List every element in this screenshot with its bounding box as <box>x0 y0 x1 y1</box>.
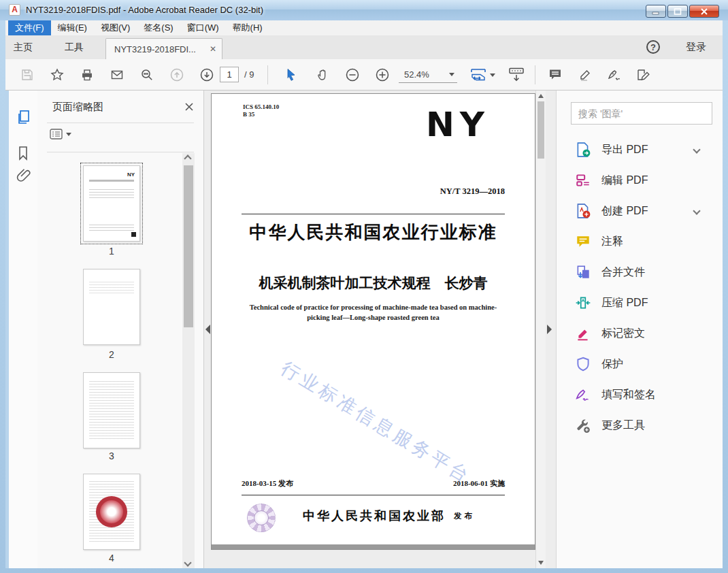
select-tool-button[interactable] <box>283 67 299 83</box>
page-display-button[interactable] <box>506 67 527 83</box>
thumbnail-page-1[interactable]: NY <box>83 165 140 242</box>
search-button[interactable] <box>139 67 155 83</box>
title-bar: A NYT3219-2018FDIS.pdf - Adobe Acrobat R… <box>0 0 728 20</box>
create-pdf-icon <box>574 202 592 220</box>
thumbnails-scrollbar[interactable] <box>182 153 195 568</box>
tool-comment[interactable]: 注释 <box>574 231 717 252</box>
zoom-level-dropdown[interactable]: 52.4% <box>399 67 457 83</box>
tools-panel: 导出 PDF 编辑 PDF 创建 PDF 注释 <box>556 91 723 568</box>
paperclip-icon <box>16 167 31 184</box>
scrollbar-thumb[interactable] <box>537 101 544 159</box>
chevron-down-icon[interactable] <box>693 146 700 153</box>
comment-bubble-icon <box>548 67 563 82</box>
login-button[interactable]: 登录 <box>686 41 706 54</box>
minimize-button[interactable] <box>646 5 666 18</box>
scroll-down-icon[interactable] <box>184 559 191 566</box>
panel-close-icon[interactable] <box>184 102 194 112</box>
sign-button[interactable] <box>607 67 623 83</box>
publisher-row: 中华人民共和国农业部 发布 <box>273 508 505 524</box>
tool-create-pdf[interactable]: 创建 PDF <box>574 200 717 222</box>
tool-fill-sign[interactable]: 填写和签名 <box>574 384 717 406</box>
menu-help[interactable]: 帮助(H) <box>226 20 269 35</box>
page-thumbnails-rail-button[interactable] <box>16 109 31 128</box>
search-icon <box>140 68 154 82</box>
tool-export-pdf[interactable]: 导出 PDF <box>574 139 717 161</box>
minus-circle-icon <box>345 67 360 82</box>
highlight-button[interactable] <box>577 67 593 83</box>
tool-redact[interactable]: 标记密文 <box>574 323 717 344</box>
fit-width-icon <box>469 67 487 82</box>
comment-button[interactable] <box>547 67 563 83</box>
thumbnail-label: 1 <box>83 246 140 257</box>
menu-window[interactable]: 窗口(W) <box>180 20 226 35</box>
next-page-button[interactable] <box>199 67 215 83</box>
scrollbar-thumb[interactable] <box>184 165 193 327</box>
menu-edit[interactable]: 编辑(E) <box>51 20 94 35</box>
tab-tools[interactable]: 工具 <box>65 35 84 59</box>
thumbnail-page-4[interactable] <box>83 474 140 550</box>
close-button[interactable] <box>689 5 719 18</box>
fit-width-button[interactable] <box>468 67 489 83</box>
tab-document[interactable]: NYT3219-2018FDI... ✕ <box>105 38 222 59</box>
comment-icon <box>574 233 592 250</box>
attachments-rail-button[interactable] <box>16 167 31 187</box>
signature-pen-icon <box>607 67 623 82</box>
menu-file[interactable]: 文件(F) <box>8 20 51 35</box>
standard-number: NY/T 3219—2018 <box>440 186 505 197</box>
print-button[interactable] <box>79 67 95 83</box>
scroll-up-icon[interactable] <box>184 154 191 162</box>
thumbnail-mini-logo: NY <box>127 171 135 178</box>
toolbar: / 9 52.4% <box>5 59 723 91</box>
maximize-button[interactable] <box>667 5 688 18</box>
menu-view[interactable]: 视图(V) <box>94 20 137 35</box>
thumbnail-label: 4 <box>83 553 140 563</box>
chevron-down-icon <box>449 73 454 76</box>
ny-logo: NY <box>426 105 490 144</box>
more-tools-wrench-icon <box>574 416 592 434</box>
maximize-icon <box>674 8 682 15</box>
document-scrollbar[interactable] <box>535 91 546 568</box>
tab-home[interactable]: 主页 <box>14 35 33 59</box>
fill-sign-button[interactable] <box>635 67 652 83</box>
document-area: ICS 65.140.10 B 35 NY 中华人民共和国农业行业标准 NY/T… <box>204 91 556 568</box>
tool-more-tools[interactable]: 更多工具 <box>574 414 717 436</box>
favorites-button[interactable] <box>49 67 65 83</box>
help-icon[interactable]: ? <box>646 40 660 54</box>
save-button[interactable] <box>19 67 35 83</box>
main-area: 页面缩略图 NY 1 2 <box>5 91 723 568</box>
envelope-icon <box>110 68 124 82</box>
email-button[interactable] <box>109 67 125 83</box>
pdf-page: ICS 65.140.10 B 35 NY 中华人民共和国农业行业标准 NY/T… <box>211 93 535 550</box>
page-number-input[interactable] <box>220 67 239 82</box>
tool-edit-pdf[interactable]: 编辑 PDF <box>574 169 717 191</box>
thumbnail-page-2[interactable] <box>83 269 140 345</box>
tool-combine-files[interactable]: 合并文件 <box>574 261 717 283</box>
divider <box>47 122 194 123</box>
fit-width-dropdown[interactable] <box>489 67 497 83</box>
thumbnail-label: 3 <box>83 451 140 461</box>
divider <box>242 214 505 214</box>
collapse-right-panel-icon[interactable] <box>547 325 552 334</box>
tools-search-input[interactable] <box>571 102 712 125</box>
menu-sign[interactable]: 签名(S) <box>137 20 180 35</box>
bookmarks-rail-button[interactable] <box>16 145 30 164</box>
tool-compress-pdf[interactable]: 压缩 PDF <box>574 292 717 314</box>
chevron-down-icon[interactable] <box>693 207 700 214</box>
arrow-down-circle-icon <box>199 67 214 82</box>
tab-close-icon[interactable]: ✕ <box>210 44 216 54</box>
zoom-in-button[interactable] <box>374 67 391 83</box>
thumbnail-page-3[interactable] <box>83 372 140 448</box>
previous-page-button[interactable] <box>169 67 185 83</box>
acrobat-app-icon: A <box>9 4 20 16</box>
thumbnails-options-button[interactable] <box>50 129 71 140</box>
tool-protect[interactable]: 保护 <box>574 353 717 375</box>
hand-tool-button[interactable] <box>314 67 331 83</box>
chevron-down-icon <box>66 133 71 136</box>
collapse-left-panel-icon[interactable] <box>205 325 210 334</box>
zoom-out-button[interactable] <box>344 67 361 83</box>
arrow-up-circle-icon <box>169 67 184 82</box>
export-pdf-icon <box>574 141 592 159</box>
standard-header: 中华人民共和国农业行业标准 <box>212 220 535 244</box>
scroll-down-icon[interactable] <box>538 561 544 565</box>
scroll-up-icon[interactable] <box>538 94 544 98</box>
